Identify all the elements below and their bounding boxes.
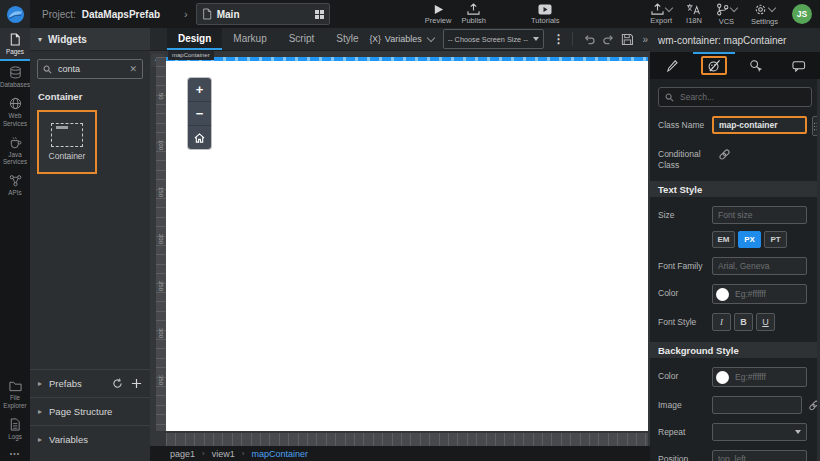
chevron-down-icon — [664, 4, 672, 12]
background-repeat-select[interactable] — [712, 423, 807, 441]
widgets-panel-header[interactable]: ▾ Widgets — [30, 28, 150, 51]
tab-comments[interactable] — [778, 52, 820, 79]
horizontal-ruler — [166, 433, 648, 446]
more-options-button[interactable]: ••• — [10, 444, 20, 459]
ruler-label: 150 — [158, 187, 164, 234]
collapse-right-panel-icon[interactable]: » — [642, 34, 648, 45]
color-swatch[interactable] — [716, 288, 729, 301]
vcs-button[interactable]: VCS — [716, 3, 737, 26]
variables-button[interactable]: {X} Variables — [370, 34, 434, 44]
user-avatar[interactable]: JS — [792, 4, 812, 24]
breadcrumb-view1[interactable]: view1 — [212, 449, 235, 459]
ruler-label: 200 — [158, 234, 164, 281]
widget-search[interactable]: ✕ — [37, 59, 143, 79]
settings-button[interactable]: Settings — [751, 3, 778, 26]
background-color-input[interactable] — [733, 371, 803, 383]
container-widget-icon — [51, 123, 83, 147]
ruler-label: 250 — [158, 281, 164, 328]
sidebar-item-logs[interactable]: Logs — [8, 413, 22, 444]
property-search[interactable] — [658, 87, 812, 107]
color-swatch[interactable] — [716, 371, 729, 384]
screen-size-select[interactable]: -- Choose Screen Size -- — [443, 29, 544, 49]
top-bar: Project: DataMapsPrefab › Main Preview P… — [0, 0, 820, 28]
undo-icon[interactable] — [583, 33, 596, 45]
unit-pt-button[interactable]: PT — [764, 231, 787, 248]
sidebar-item-web-services[interactable]: Web Services — [0, 92, 30, 130]
canvas-region: Design Markup Script Style {X} Variables… — [150, 28, 650, 461]
clear-search-icon[interactable]: ✕ — [129, 64, 137, 74]
search-icon — [665, 93, 674, 102]
tab-design[interactable]: Design — [167, 28, 222, 50]
preview-button[interactable]: Preview — [425, 4, 452, 25]
home-icon — [194, 133, 205, 143]
grid-icon[interactable] — [315, 10, 324, 19]
wavemaker-logo-icon[interactable] — [0, 0, 30, 28]
sidebar-item-apis[interactable]: APIs — [0, 169, 30, 200]
chevron-icon: › — [242, 449, 245, 458]
section-variables[interactable]: ▸ Variables — [30, 425, 150, 453]
chevron-icon: › — [184, 8, 188, 20]
translate-icon — [686, 3, 701, 15]
page-selector[interactable]: Main — [196, 3, 330, 25]
tutorials-button[interactable]: Tutorials — [531, 4, 559, 25]
font-size-input[interactable] — [712, 206, 807, 224]
add-prefab-icon[interactable] — [131, 378, 142, 389]
ruler-label: 100 — [158, 140, 164, 187]
bold-button[interactable]: B — [734, 313, 753, 331]
publish-button[interactable]: Publish — [461, 3, 486, 25]
container-widget-item[interactable]: Container — [37, 110, 97, 174]
background-color-row: Color — [650, 367, 820, 387]
sidebar-item-pages[interactable]: Pages — [0, 28, 30, 61]
text-color-input[interactable] — [733, 288, 803, 300]
container-widget-label: Container — [49, 151, 86, 161]
caret-right-icon: ▸ — [38, 379, 42, 388]
map-zoom-out-button[interactable]: − — [188, 102, 211, 126]
underline-button[interactable]: U — [756, 313, 775, 331]
map-home-button[interactable] — [188, 126, 211, 149]
unit-px-button[interactable]: PX — [738, 231, 761, 248]
project-name: DataMapsPrefab — [82, 9, 160, 20]
ruler-label: 50 — [158, 93, 164, 140]
background-style-section-header[interactable]: Background Style — [650, 342, 820, 358]
unit-em-button[interactable]: EM — [712, 231, 735, 248]
link-icon[interactable] — [718, 148, 731, 161]
class-name-input[interactable] — [712, 116, 807, 134]
branch-icon — [716, 3, 729, 16]
save-icon[interactable] — [621, 33, 634, 46]
breadcrumb-page1[interactable]: page1 — [170, 449, 195, 459]
tab-properties[interactable] — [650, 52, 693, 79]
sidebar-item-file-explorer[interactable]: File Explorer — [0, 375, 30, 412]
pencil-icon — [665, 59, 678, 72]
folder-icon — [9, 380, 22, 392]
background-image-input[interactable] — [712, 396, 802, 414]
tab-script[interactable]: Script — [278, 28, 326, 50]
tab-markup[interactable]: Markup — [222, 28, 277, 50]
widget-search-input[interactable] — [56, 63, 125, 75]
tab-style[interactable]: Style — [325, 28, 369, 50]
more-menu-icon[interactable]: ⋮ — [553, 33, 565, 45]
map-zoom-in-button[interactable]: + — [188, 78, 211, 102]
section-page-structure[interactable]: ▸ Page Structure — [30, 397, 150, 425]
database-icon — [9, 66, 22, 79]
background-repeat-row: Repeat — [650, 423, 820, 441]
text-style-section-header[interactable]: Text Style — [650, 181, 820, 197]
screen-size-value: -- Choose Screen Size -- — [448, 35, 533, 44]
breadcrumb-mapcontainer[interactable]: mapContainer — [251, 449, 308, 459]
tab-inspect[interactable] — [735, 52, 778, 79]
sidebar-item-java-services[interactable]: Java Services — [0, 131, 30, 169]
sidebar-item-databases[interactable]: Databases — [0, 61, 30, 92]
section-prefabs[interactable]: ▸ Prefabs — [30, 369, 150, 397]
design-canvas[interactable]: mapContainer + − — [166, 57, 648, 431]
property-search-input[interactable] — [678, 91, 805, 103]
italic-button[interactable]: I — [712, 313, 731, 331]
tab-styles[interactable] — [693, 52, 736, 79]
font-family-row: Font Family — [650, 257, 820, 275]
widgets-panel-title: Widgets — [48, 34, 87, 45]
background-position-input[interactable] — [712, 450, 807, 461]
redo-icon[interactable] — [602, 33, 615, 45]
font-family-input[interactable] — [712, 257, 807, 275]
export-button[interactable]: Export — [650, 3, 672, 25]
i18n-button[interactable]: I18N — [686, 3, 702, 25]
refresh-icon[interactable] — [112, 378, 123, 389]
play-icon — [433, 4, 444, 15]
